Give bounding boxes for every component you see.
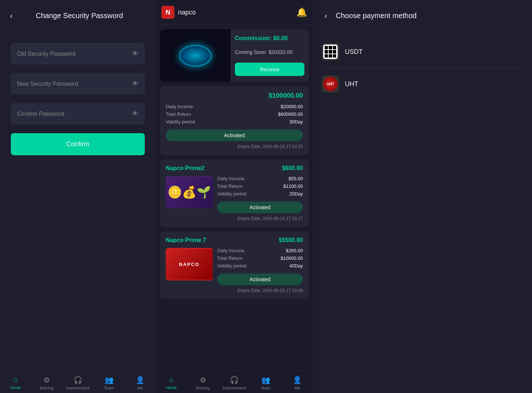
- inv1-price: $100000.00: [166, 92, 303, 100]
- old-password-eye-icon[interactable]: 👁: [132, 50, 139, 58]
- investment-card-2: Napco Prime2 $600.00 🪙💰🌱 Daily Income $5…: [160, 159, 309, 227]
- napco-nav-earning[interactable]: ⚙ Earning: [187, 374, 219, 392]
- napco-nav-me[interactable]: 👤 Me: [282, 374, 313, 392]
- inv3-daily: Daily Income $265.00: [217, 248, 303, 253]
- nav-me-1[interactable]: 👤 Me: [124, 374, 156, 392]
- notification-icon[interactable]: 🔔: [296, 7, 307, 17]
- new-password-eye-icon[interactable]: 👁: [132, 80, 139, 88]
- confirm-password-eye-icon[interactable]: 👁: [132, 110, 139, 118]
- inv3-total: Total Return $10600.00: [217, 255, 303, 261]
- napco-logo-icon: N: [161, 6, 174, 19]
- commission-card: Commission: $0.00 Coming Soon: $20320.00…: [160, 29, 309, 82]
- old-password-field[interactable]: 👁: [11, 43, 145, 64]
- security-bottom-nav: ⌂ Home ⚙ Earning 🎧 Improvement 👥 Team 👤 …: [0, 371, 156, 393]
- nav-team-label-1: Team: [104, 386, 114, 390]
- inv1-validity: Validity period 30Day: [166, 119, 303, 124]
- home-icon-1: ⌂: [13, 376, 18, 384]
- new-password-input[interactable]: [17, 81, 132, 87]
- inv2-header: Napco Prime2 $600.00: [166, 165, 303, 172]
- commission-image: [160, 29, 231, 82]
- napco-app-name: napco: [178, 9, 196, 16]
- earning-icon-1: ⚙: [43, 376, 50, 384]
- inv3-name: Napco Prime 7: [166, 237, 206, 244]
- inv2-name: Napco Prime2: [166, 165, 204, 172]
- inv1-total: Total Return $600000.00: [166, 111, 303, 117]
- inv1-validity-label: Validity period: [166, 119, 195, 124]
- napco-home-icon: ⌂: [169, 376, 173, 384]
- security-title: Change Security Password: [21, 12, 148, 20]
- old-password-input[interactable]: [17, 51, 132, 57]
- investment-card-1: $100000.00 Daily Income $20000.00 Total …: [160, 86, 309, 155]
- usdt-icon-container: [322, 43, 339, 60]
- usdt-label: USDT: [345, 48, 363, 56]
- payment-back-button[interactable]: ‹: [322, 10, 330, 21]
- uht-label: UHT: [345, 80, 358, 88]
- confirm-button[interactable]: Confirm: [11, 133, 145, 155]
- qr-cell-4: [325, 50, 328, 53]
- inv2-validity-label: Validity period: [217, 191, 246, 196]
- inv3-body: NAPCO Daily Income $265.00 Total Return …: [166, 248, 303, 293]
- napco-nav-improvement[interactable]: 🎧 Improvement: [219, 374, 250, 392]
- coming-soon-amount: $20320.00: [269, 49, 292, 55]
- confirm-password-field[interactable]: 👁: [11, 103, 145, 124]
- inv2-activated-btn[interactable]: Activated: [217, 202, 303, 213]
- inv1-daily-label: Daily Income: [166, 104, 193, 109]
- inv2-expire-text: Expire Date: 2024-08-14 17:15:17: [217, 216, 303, 221]
- napco-header: N napco 🔔: [156, 0, 313, 25]
- napco-nav-team[interactable]: 👥 Team: [250, 374, 282, 392]
- napco-me-icon: 👤: [293, 376, 302, 384]
- investment-card-3: Napco Prime 7 $5500.00 NAPCO Daily Incom…: [160, 231, 309, 299]
- new-password-field[interactable]: 👁: [11, 73, 145, 94]
- commission-info: Commission: $0.00 Coming Soon: $20320.00…: [231, 29, 309, 82]
- back-button[interactable]: ‹: [7, 10, 16, 21]
- inv2-daily: Daily Income $55.00: [217, 176, 303, 181]
- payment-option-usdt[interactable]: USDT: [322, 36, 523, 68]
- payment-options-list: USDT UHT UHT: [313, 29, 532, 107]
- napco-home-label: Home: [166, 385, 177, 390]
- napco-logo: N napco: [161, 6, 196, 19]
- nav-home-label-1: Home: [10, 385, 21, 390]
- napco-nav-home[interactable]: ⌂ Home: [156, 374, 187, 392]
- napco-team-label: Team: [261, 386, 271, 390]
- nav-team-1[interactable]: 👥 Team: [93, 374, 124, 392]
- confirm-password-input[interactable]: [17, 111, 132, 117]
- commission-label: Commission: $0.00: [235, 35, 304, 42]
- payment-title: Choose payment method: [336, 12, 417, 20]
- inv1-activated-btn[interactable]: Activated: [166, 130, 303, 141]
- nav-improvement-1[interactable]: 🎧 Improvement: [62, 374, 93, 392]
- inv2-daily-value: $55.00: [288, 176, 303, 181]
- napco-me-label: Me: [295, 386, 300, 390]
- receive-button[interactable]: Receive: [235, 63, 304, 76]
- inv2-validity-value: 20Day: [289, 191, 303, 196]
- nav-home-1[interactable]: ⌂ Home: [0, 374, 31, 392]
- qr-cell-8: [329, 54, 332, 58]
- napco-earning-icon: ⚙: [200, 376, 206, 384]
- payment-panel: ‹ Choose payment method USDT: [313, 0, 532, 393]
- inv3-price: $5500.00: [279, 237, 303, 244]
- inv3-expire-text: Expire Date: 2024-09-03 17:15:08: [217, 288, 303, 293]
- inv2-daily-label: Daily Income: [217, 176, 244, 181]
- inv3-header: Napco Prime 7 $5500.00: [166, 237, 303, 244]
- qr-cell-7: [325, 54, 328, 58]
- coming-soon-block: Coming Soon: $20320.00: [235, 49, 304, 55]
- napco7-decoration: NAPCO: [166, 249, 213, 280]
- coins-decoration: 🪙💰🌱: [166, 177, 213, 208]
- qr-cell-9: [333, 54, 336, 58]
- napco-content: Commission: $0.00 Coming Soon: $20320.00…: [156, 25, 313, 371]
- uht-logo-icon: UHT: [323, 77, 338, 91]
- inv2-total-value: $1100.00: [283, 183, 303, 189]
- inv3-total-value: $10600.00: [281, 255, 303, 261]
- payment-option-uht[interactable]: UHT UHT: [322, 68, 523, 100]
- inv2-total: Total Return $1100.00: [217, 183, 303, 189]
- inv3-validity-label: Validity period: [217, 263, 246, 269]
- nav-earning-1[interactable]: ⚙ Earning: [31, 374, 62, 392]
- uht-icon-container: UHT: [322, 75, 339, 93]
- inv3-daily-value: $265.00: [286, 248, 303, 253]
- inv2-validity: Validity period 20Day: [217, 191, 303, 196]
- nav-earning-label-1: Earning: [40, 386, 54, 390]
- inv3-activated-btn[interactable]: Activated: [217, 274, 303, 285]
- napco-improvement-icon: 🎧: [230, 376, 239, 384]
- inv1-total-label: Total Return: [166, 111, 191, 117]
- napco-earning-label: Earning: [196, 386, 210, 390]
- team-icon-1: 👥: [105, 376, 114, 384]
